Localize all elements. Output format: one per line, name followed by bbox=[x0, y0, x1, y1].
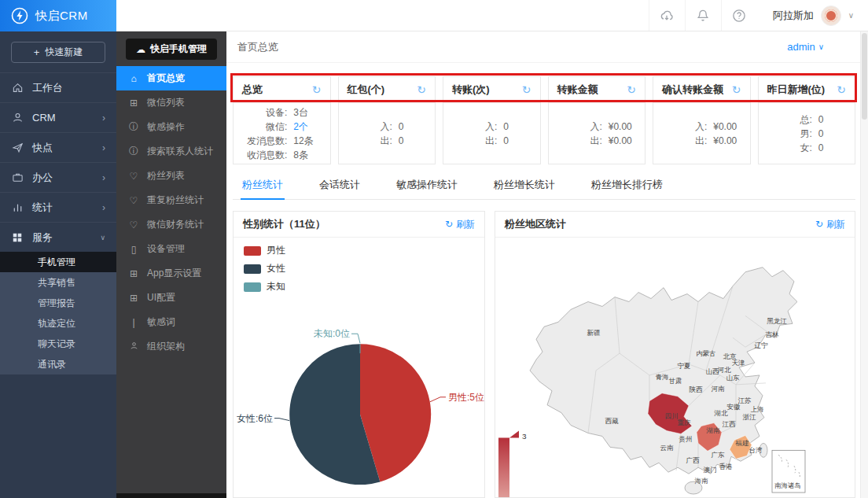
module-title-pill[interactable]: ☁ 快启手机管理 bbox=[126, 39, 217, 60]
gender-stats-panel: 性别统计（11位） ↻刷新 男性 女性 未知 bbox=[233, 211, 485, 498]
refresh-link[interactable]: ↻刷新 bbox=[815, 218, 845, 231]
tab-fans-stats[interactable]: 粉丝统计 bbox=[241, 175, 285, 200]
module-item-org-structure[interactable]: 组织架构 bbox=[116, 334, 226, 359]
module-item-app-display-settings[interactable]: ⊞App显示设置 bbox=[116, 261, 226, 286]
refresh-icon[interactable]: ↻ bbox=[522, 83, 531, 96]
tab-fans-growth-ranking[interactable]: 粉丝增长排行榜 bbox=[590, 175, 664, 200]
account-dropdown[interactable]: admin ∨ bbox=[787, 41, 824, 53]
home-icon: ⌂ bbox=[128, 73, 139, 84]
heart-icon: ♡ bbox=[128, 171, 139, 182]
map-label-香港: 香港 bbox=[719, 463, 733, 470]
module-item-duplicate-fans-stats[interactable]: ♡重复粉丝统计 bbox=[116, 188, 226, 212]
cloud-download-button[interactable] bbox=[649, 0, 685, 31]
stat-label: 入: bbox=[344, 120, 392, 134]
vertical-scrollbar[interactable] bbox=[860, 31, 868, 498]
stat-label: 出: bbox=[448, 134, 497, 148]
refresh-icon[interactable]: ↻ bbox=[312, 83, 322, 96]
module-item-label: 设备管理 bbox=[147, 242, 185, 256]
module-item-wechat-list[interactable]: ⊞微信列表 bbox=[116, 90, 226, 115]
chevron-right-icon: › bbox=[102, 202, 105, 213]
refresh-label: 刷新 bbox=[456, 218, 475, 231]
module-nav: ⌂首页总览 ⊞微信列表 ⓘ敏感操作 ⓘ搜索联系人统计 ♡粉丝列表 ♡重复粉丝统计… bbox=[116, 66, 226, 359]
submenu-item-chat-records[interactable]: 聊天记录 bbox=[0, 334, 116, 354]
refresh-icon[interactable]: ↻ bbox=[627, 83, 636, 96]
visualmap-max-label: 3 bbox=[522, 432, 527, 441]
module-item-label: 敏感词 bbox=[147, 315, 175, 329]
top-bar: 快启CRM 阿拉斯加 ∨ bbox=[0, 0, 868, 31]
grid-icon: ⊞ bbox=[128, 268, 139, 279]
stat-value: ¥0.00 bbox=[707, 134, 745, 148]
sidebar-item-office[interactable]: 办公 › bbox=[0, 162, 116, 192]
module-item-label: 搜索联系人统计 bbox=[147, 145, 213, 158]
legend-item-unknown[interactable]: 未知 bbox=[244, 280, 285, 293]
module-item-ui-config[interactable]: ⊞UI配置 bbox=[116, 286, 226, 310]
module-item-fans-list[interactable]: ♡粉丝列表 bbox=[116, 164, 226, 188]
submenu-item-track-location[interactable]: 轨迹定位 bbox=[0, 313, 116, 334]
refresh-icon[interactable]: ↻ bbox=[837, 83, 846, 96]
map-label-贵州: 贵州 bbox=[679, 435, 693, 443]
card-title: 转账(次) bbox=[452, 83, 490, 97]
refresh-label: 刷新 bbox=[826, 218, 845, 231]
module-item-label: 组织架构 bbox=[147, 340, 185, 353]
submenu-item-phone-management[interactable]: 手机管理 bbox=[0, 252, 116, 272]
grid-icon: ⊞ bbox=[128, 98, 139, 109]
notifications-button[interactable] bbox=[685, 0, 721, 31]
refresh-icon[interactable]: ↻ bbox=[417, 83, 426, 96]
sidebar-item-statistics[interactable]: 统计 › bbox=[0, 192, 116, 222]
stat-label: 出: bbox=[554, 134, 602, 148]
submenu-item-shared-sales[interactable]: 共享销售 bbox=[0, 272, 116, 293]
phone-icon: ▯ bbox=[128, 244, 139, 255]
map-label-澳门: 澳门 bbox=[704, 466, 717, 474]
sidebar-item-workbench[interactable]: 工作台 bbox=[0, 72, 116, 102]
help-button[interactable] bbox=[721, 0, 757, 31]
sidebar-item-label: CRM bbox=[32, 112, 56, 124]
module-item-label: 粉丝列表 bbox=[147, 169, 185, 183]
stat-card-confirmed-transfer-amount: 确认转账金额↻ 入:¥0.00 出:¥0.00 bbox=[653, 76, 751, 164]
pie-callout-line bbox=[351, 334, 360, 343]
alert-circle-icon: ⓘ bbox=[128, 120, 139, 134]
tab-sensitive-op-stats[interactable]: 敏感操作统计 bbox=[395, 175, 459, 200]
stat-label: 入: bbox=[554, 120, 602, 134]
module-item-contact-search-stats[interactable]: ⓘ搜索联系人统计 bbox=[116, 139, 226, 164]
module-item-sensitive-words[interactable]: |敏感词 bbox=[116, 310, 226, 334]
module-item-label: 微信列表 bbox=[147, 96, 185, 109]
map-label-青海: 青海 bbox=[656, 373, 670, 381]
scrollbar-thumb[interactable] bbox=[862, 33, 867, 120]
map-label-新疆: 新疆 bbox=[587, 329, 601, 337]
submenu-item-contacts[interactable]: 通讯录 bbox=[0, 354, 116, 374]
brand-logo-area[interactable]: 快启CRM bbox=[0, 0, 116, 31]
sidebar-item-services[interactable]: 服务 ∨ bbox=[0, 222, 116, 252]
visualmap-gradient-bar[interactable] bbox=[498, 437, 509, 497]
refresh-icon[interactable]: ↻ bbox=[732, 83, 741, 96]
card-title: 确认转账金额 bbox=[662, 83, 723, 97]
refresh-link[interactable]: ↻刷新 bbox=[445, 218, 475, 231]
map-label-四川: 四川 bbox=[665, 412, 679, 420]
stat-label: 入: bbox=[658, 120, 707, 134]
panel-title: 粉丝地区统计 bbox=[505, 217, 566, 231]
module-item-wechat-finance-stats[interactable]: ♡微信财务统计 bbox=[116, 212, 226, 237]
module-item-sensitive-operations[interactable]: ⓘ敏感操作 bbox=[116, 115, 226, 139]
main-content: 首页总览 admin ∨ 总览↻ 设备:3台 微信:2个 发消息数:12条 收消… bbox=[226, 31, 868, 498]
wechat-count-link[interactable]: 2个 bbox=[287, 120, 325, 134]
services-submenu: 手机管理 共享销售 管理报告 轨迹定位 聊天记录 通讯录 bbox=[0, 252, 116, 374]
module-item-home-overview[interactable]: ⌂首页总览 bbox=[116, 66, 226, 90]
tab-session-stats[interactable]: 会话统计 bbox=[318, 175, 362, 200]
submenu-item-management-report[interactable]: 管理报告 bbox=[0, 293, 116, 313]
lightning-icon bbox=[10, 6, 29, 25]
sidebar-item-crm[interactable]: CRM › bbox=[0, 102, 116, 132]
tab-fans-growth-stats[interactable]: 粉丝增长统计 bbox=[492, 175, 557, 200]
legend-swatch bbox=[244, 264, 261, 274]
stat-label: 出: bbox=[658, 134, 707, 148]
legend-item-female[interactable]: 女性 bbox=[244, 262, 285, 275]
user-menu[interactable]: 阿拉斯加 ∨ bbox=[757, 0, 868, 31]
quick-create-button[interactable]: + 快速新建 bbox=[11, 42, 105, 63]
module-item-device-management[interactable]: ▯设备管理 bbox=[116, 237, 226, 261]
map-label-南海诸岛: 南海诸岛 bbox=[774, 481, 801, 489]
brand-name: 快启CRM bbox=[35, 9, 88, 24]
chevron-right-icon: › bbox=[102, 172, 105, 183]
sidebar-item-kuaidian[interactable]: 快点 › bbox=[0, 132, 116, 162]
chevron-down-icon: ∨ bbox=[100, 234, 105, 242]
stat-value: 0 bbox=[812, 127, 850, 141]
legend-item-male[interactable]: 男性 bbox=[244, 244, 285, 257]
main-sidebar: + 快速新建 工作台 CRM › 快点 › 办公 › 统计 › 服务 ∨ 手机管… bbox=[0, 31, 116, 498]
